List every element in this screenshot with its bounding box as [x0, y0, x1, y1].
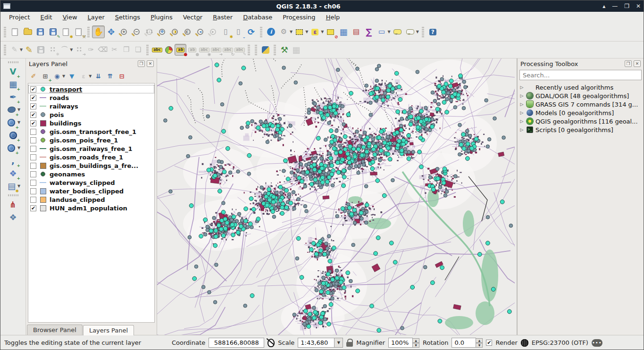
- rotation-spinner[interactable]: ▲▼: [476, 338, 483, 348]
- toggle-editing-icon[interactable]: ✎: [23, 44, 35, 56]
- layer-row-geonames[interactable]: geonames: [28, 170, 154, 178]
- select-by-expression-icon[interactable]: ε: [309, 25, 321, 38]
- select-features-icon[interactable]: [293, 25, 306, 38]
- add-mssql-layer-icon[interactable]: +: [5, 116, 18, 129]
- collapse-all-icon[interactable]: ⇈: [104, 70, 116, 82]
- expand-arrow-icon[interactable]: ▷: [519, 102, 524, 107]
- layer-row-gis-osm-railways-free-1[interactable]: gis.osm_railways_free_1: [28, 144, 154, 153]
- coordinate-input[interactable]: [209, 338, 264, 348]
- add-delimited-text-layer-icon[interactable]: ,+: [7, 154, 19, 167]
- open-attribute-table-icon[interactable]: ▦: [337, 25, 350, 38]
- toolbox-search-input[interactable]: [519, 70, 642, 80]
- menu-project[interactable]: Project: [4, 13, 35, 22]
- map-tips-icon[interactable]: [391, 25, 404, 38]
- menu-settings[interactable]: Settings: [110, 13, 145, 22]
- menu-help[interactable]: Help: [321, 13, 345, 22]
- map-canvas[interactable]: [157, 58, 515, 335]
- select-features-dropdown[interactable]: ▼: [305, 30, 308, 34]
- layer-checkbox[interactable]: ✔: [30, 95, 36, 101]
- layer-styling-icon[interactable]: ✐: [28, 70, 39, 82]
- tab-browser-panel[interactable]: Browser Panel: [27, 325, 83, 335]
- new-print-composer-icon[interactable]: ✱: [59, 25, 72, 38]
- scale-dropdown-button[interactable]: ▼: [334, 338, 343, 348]
- show-bookmarks-icon[interactable]: ▯⌄: [232, 25, 245, 38]
- layer-row-buildings[interactable]: ✔buildings: [28, 119, 154, 127]
- zoom-last-icon[interactable]: ◂: [194, 25, 207, 38]
- filter-legend-icon[interactable]: ▼: [66, 70, 77, 82]
- menu-vector[interactable]: Vector: [178, 13, 207, 22]
- menu-view[interactable]: View: [58, 13, 82, 22]
- measure-icon[interactable]: ▭: [375, 25, 388, 38]
- layer-row-gis-osm-transport-free-1[interactable]: gis.osm_transport_free_1: [28, 127, 154, 136]
- expand-arrow-icon[interactable]: ▷: [519, 110, 524, 115]
- minimize-window-button[interactable]: —: [612, 3, 618, 9]
- layer-row-railways[interactable]: ✔railways: [28, 102, 154, 110]
- measure-dropdown[interactable]: ▼: [387, 30, 390, 34]
- field-calculator-icon[interactable]: ▤: [350, 25, 362, 38]
- rotation-input[interactable]: [452, 338, 476, 348]
- layer-checkbox[interactable]: [30, 180, 36, 186]
- magnifier-spinner[interactable]: ▲▼: [412, 338, 419, 348]
- layer-row-transport[interactable]: ✔transport: [28, 85, 154, 93]
- layer-checkbox[interactable]: [30, 188, 36, 194]
- deselect-all-icon[interactable]: ⊘: [324, 25, 337, 38]
- select-by-expression-dropdown[interactable]: ▼: [321, 30, 324, 34]
- crs-status[interactable]: EPSG:23700 (OTF): [532, 339, 588, 346]
- layer-row-gis-osm-pois-free-1[interactable]: gis.osm_pois_free_1: [28, 136, 154, 144]
- layer-checkbox[interactable]: ✔: [30, 112, 36, 118]
- composer-manager-icon[interactable]: ⚒: [72, 25, 85, 38]
- menu-layer[interactable]: Layer: [83, 13, 109, 22]
- close-window-button[interactable]: ✕: [636, 3, 641, 9]
- zoom-to-layer-icon[interactable]: ◐: [181, 25, 194, 38]
- layer-checkbox[interactable]: [30, 137, 36, 143]
- toolbox-group-qgis[interactable]: ▷QGIS geoalgorithms [116 geoal...: [519, 117, 643, 125]
- expand-all-icon[interactable]: ⇊: [92, 70, 104, 82]
- save-project-icon[interactable]: [34, 25, 47, 38]
- tab-layers-panel[interactable]: Layers Panel: [83, 325, 134, 335]
- grass-tools-icon[interactable]: ⚒: [278, 44, 290, 56]
- render-checkbox[interactable]: ✔: [486, 340, 492, 346]
- layer-diagram-icon[interactable]: [163, 44, 175, 56]
- magnifier-input[interactable]: [388, 338, 413, 348]
- pan-map-icon[interactable]: ✋: [92, 25, 105, 38]
- add-group-icon[interactable]: ⊞+: [40, 70, 51, 82]
- layer-checkbox[interactable]: [30, 154, 36, 160]
- save-project-as-icon[interactable]: ✎: [47, 25, 59, 38]
- run-feature-action-icon[interactable]: ⚙: [277, 25, 290, 38]
- circular-string-dropdown[interactable]: ▼: [70, 48, 73, 52]
- menu-processing[interactable]: Processing: [278, 13, 320, 22]
- layer-row-hun-adm1-population[interactable]: ✔HUN_adm1_population: [28, 204, 154, 212]
- layer-checkbox[interactable]: ✔: [30, 86, 36, 92]
- filter-expression-dropdown[interactable]: ▼: [89, 74, 92, 78]
- toolbox-group-none[interactable]: ▷Recently used algorithms: [519, 83, 643, 92]
- layer-row-water-bodies-clipped[interactable]: water_bodies_clipped: [28, 187, 154, 195]
- toolbox-group-scripts[interactable]: ▷>_Scripts [0 geoalgorithms]: [519, 125, 643, 134]
- float-panel-button[interactable]: ❐: [138, 60, 145, 67]
- menu-edit[interactable]: Edit: [36, 13, 57, 22]
- manage-visibility-icon[interactable]: ◉: [51, 70, 63, 82]
- scale-lock-icon[interactable]: [346, 342, 353, 347]
- menu-plugins[interactable]: Plugins: [146, 13, 177, 22]
- expand-arrow-icon[interactable]: ▷: [519, 127, 524, 132]
- mouse-position-toggle-icon[interactable]: [268, 339, 275, 347]
- pin-labels-icon[interactable]: ab●: [175, 44, 186, 56]
- layer-checkbox[interactable]: ✔: [30, 103, 36, 109]
- layer-checkbox[interactable]: [30, 197, 36, 203]
- layer-row-landuse-clipped[interactable]: landuse_clipped: [28, 195, 154, 204]
- scale-input[interactable]: [298, 338, 335, 348]
- layer-checkbox[interactable]: [30, 163, 36, 169]
- new-project-icon[interactable]: [8, 25, 21, 38]
- identify-features-icon[interactable]: i: [265, 25, 277, 38]
- layer-checkbox[interactable]: [30, 129, 36, 135]
- text-annotation-icon[interactable]: [404, 25, 417, 38]
- add-raster-layer-icon[interactable]: ▦+: [7, 78, 19, 91]
- add-wms-layer-icon[interactable]: +: [7, 129, 19, 142]
- crs-globe-icon[interactable]: [521, 339, 528, 347]
- toolbox-group-models[interactable]: ▷Models [0 geoalgorithms]: [519, 108, 643, 117]
- add-spatialite-layer-icon[interactable]: ✒+: [7, 91, 19, 103]
- close-panel-button[interactable]: ✕: [147, 60, 154, 67]
- layer-checkbox[interactable]: ✔: [30, 120, 36, 126]
- layer-row-roads[interactable]: ✔roads: [28, 93, 154, 102]
- toolbox-group-grass[interactable]: ▷GRASS GIS 7 commands [314 g...: [519, 100, 643, 108]
- zoom-to-selection-icon[interactable]: ◑: [168, 25, 181, 38]
